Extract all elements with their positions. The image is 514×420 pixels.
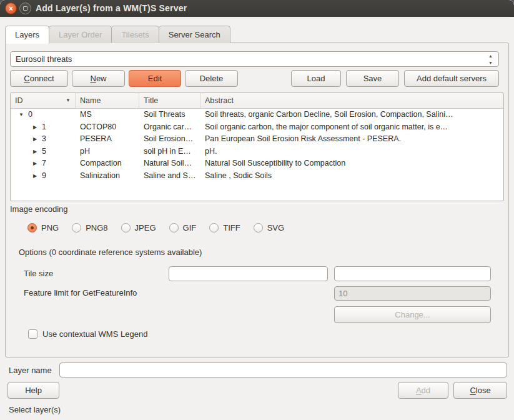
server-toolbar-right: LoadSaveAdd default servers bbox=[291, 70, 499, 87]
column-header-title[interactable]: Title bbox=[139, 93, 200, 108]
tile-height-input[interactable] bbox=[334, 266, 491, 281]
layer-name: OCTOP80 bbox=[76, 121, 139, 134]
radio-svg-item[interactable]: SVG bbox=[254, 223, 284, 232]
layer-title: soil pH in E… bbox=[139, 146, 200, 158]
wms-legend-checkbox[interactable] bbox=[28, 329, 37, 339]
connect-button[interactable]: Connect bbox=[10, 70, 68, 87]
close-button[interactable]: Close bbox=[453, 382, 507, 399]
status-text: Select layer(s) bbox=[9, 405, 61, 414]
collapse-icon[interactable]: ▼ bbox=[18, 109, 24, 121]
radio-gif[interactable] bbox=[169, 223, 179, 232]
layer-row[interactable]: ▶1OCTOP80Organic car…Soil organic carbon… bbox=[11, 121, 503, 134]
layer-name: PESERA bbox=[76, 133, 139, 146]
feature-limit-label: Feature limit for GetFeatureInfo bbox=[24, 288, 137, 298]
radio-jpeg-item[interactable]: JPEG bbox=[121, 223, 156, 232]
layer-abstract: Saline , Sodic Soils bbox=[200, 170, 503, 182]
radio-tiff[interactable] bbox=[209, 223, 219, 232]
expand-icon[interactable]: ▶ bbox=[32, 133, 38, 146]
radio-svg[interactable] bbox=[254, 223, 263, 232]
titlebar[interactable]: × Add Layer(s) from a WM(T)S Server bbox=[0, 0, 514, 17]
tile-width-input[interactable] bbox=[169, 266, 328, 281]
expand-icon[interactable]: ▶ bbox=[32, 121, 38, 134]
feature-limit-input bbox=[334, 286, 491, 301]
expand-icon[interactable]: ▶ bbox=[32, 146, 38, 158]
maximize-window-icon[interactable] bbox=[19, 2, 31, 14]
layer-row[interactable]: ▶3PESERASoil Erosion…Pan European Soil E… bbox=[11, 133, 503, 146]
tab-tilesets: Tilesets bbox=[111, 26, 159, 43]
change-crs-button: Change... bbox=[334, 306, 491, 323]
radio-gif-item[interactable]: GIF bbox=[169, 223, 197, 232]
add-default-servers-button[interactable]: Add default servers bbox=[404, 70, 499, 87]
edit-button[interactable]: Edit bbox=[129, 70, 181, 87]
column-header-id[interactable]: ID▼ bbox=[11, 93, 76, 108]
layer-row[interactable]: ▶5pHsoil pH in E…pH. bbox=[11, 146, 503, 158]
layer-title: Saline and S… bbox=[139, 170, 200, 182]
layer-row[interactable]: ▶7CompactionNatural Soil…Natural Soil Su… bbox=[11, 158, 503, 170]
combo-spinner-icon: ▲▼ bbox=[488, 52, 493, 66]
close-window-icon[interactable]: × bbox=[5, 2, 17, 14]
layer-row[interactable]: ▼0MSSoil ThreatsSoil threats, organic Ca… bbox=[11, 109, 503, 121]
radio-tiff-item[interactable]: TIFF bbox=[209, 223, 240, 232]
layer-abstract: pH. bbox=[200, 146, 503, 158]
tab-layer-order: Layer Order bbox=[49, 26, 112, 43]
layer-id: 9 bbox=[42, 170, 46, 182]
expand-icon[interactable]: ▶ bbox=[32, 158, 38, 170]
image-encoding-label: Image encoding bbox=[10, 204, 68, 214]
tile-size-label: Tile size bbox=[24, 269, 53, 278]
radio-jpeg[interactable] bbox=[121, 223, 131, 232]
sort-indicator-icon: ▼ bbox=[66, 93, 71, 108]
layer-id: 0 bbox=[28, 109, 32, 121]
radio-png[interactable] bbox=[27, 223, 37, 232]
radio-png8-label: PNG8 bbox=[86, 223, 107, 232]
layer-title: Natural Soil… bbox=[139, 158, 200, 170]
layers-table-header: ID▼NameTitleAbstract bbox=[11, 93, 503, 109]
layers-table-body: ▼0MSSoil ThreatsSoil threats, organic Ca… bbox=[11, 109, 503, 182]
radio-svg-label: SVG bbox=[267, 223, 284, 232]
layer-abstract: Soil threats, organic Carbon Decline, So… bbox=[200, 109, 503, 121]
options-heading: Options (0 coordinate reference systems … bbox=[19, 248, 202, 257]
new-button[interactable]: New bbox=[72, 70, 125, 87]
radio-png8[interactable] bbox=[72, 223, 81, 232]
add-wmts-layer-dialog: × Add Layer(s) from a WM(T)S Server Laye… bbox=[0, 0, 514, 420]
column-header-name[interactable]: Name bbox=[76, 93, 139, 108]
load-button[interactable]: Load bbox=[291, 70, 341, 87]
layer-name: Salinization bbox=[76, 170, 139, 182]
image-encoding-radios: PNGPNG8JPEGGIFTIFFSVG bbox=[27, 223, 284, 232]
change-crs-label: Change... bbox=[395, 310, 430, 319]
layer-id: 3 bbox=[42, 133, 46, 146]
column-header-abstract[interactable]: Abstract bbox=[200, 93, 503, 108]
server-select[interactable]: Eurosoil threats ▲▼ bbox=[10, 51, 499, 67]
layer-abstract: Soil organic carbon, the major component… bbox=[200, 121, 503, 134]
add-button: Add bbox=[398, 382, 448, 399]
layer-title: Organic car… bbox=[139, 121, 200, 134]
tab-server-search[interactable]: Server Search bbox=[159, 26, 230, 43]
expand-icon[interactable]: ▶ bbox=[32, 170, 38, 182]
wms-legend-checkbox-label: Use contextual WMS Legend bbox=[42, 329, 147, 339]
layer-name: Compaction bbox=[76, 158, 139, 170]
radio-jpeg-label: JPEG bbox=[135, 223, 156, 232]
layer-name-label: Layer name bbox=[9, 366, 52, 375]
layers-table: ID▼NameTitleAbstract ▼0MSSoil ThreatsSoi… bbox=[10, 92, 504, 201]
radio-png8-item[interactable]: PNG8 bbox=[72, 223, 107, 232]
window-title: Add Layer(s) from a WM(T)S Server bbox=[36, 0, 187, 17]
layer-id: 7 bbox=[42, 158, 46, 170]
layer-title: Soil Erosion… bbox=[139, 133, 200, 146]
radio-png-item[interactable]: PNG bbox=[27, 223, 59, 232]
help-button[interactable]: Help bbox=[7, 382, 59, 399]
layer-id: 1 bbox=[42, 121, 46, 134]
radio-png-label: PNG bbox=[41, 223, 59, 232]
layer-abstract: Natural Soil Susceptibility to Compactio… bbox=[200, 158, 503, 170]
layer-name: pH bbox=[76, 146, 139, 158]
layer-name-input[interactable] bbox=[59, 362, 507, 378]
wms-legend-checkbox-row[interactable]: Use contextual WMS Legend bbox=[28, 329, 147, 339]
delete-button[interactable]: Delete bbox=[185, 70, 238, 87]
tab-layers[interactable]: Layers bbox=[5, 26, 49, 44]
tab-bar: LayersLayer OrderTilesetsServer Search bbox=[5, 26, 230, 43]
layer-name: MS bbox=[76, 109, 139, 121]
layer-row[interactable]: ▶9SalinizationSaline and S…Saline , Sodi… bbox=[11, 170, 503, 182]
maximize-glyph bbox=[23, 6, 27, 11]
radio-tiff-label: TIFF bbox=[223, 223, 240, 232]
save-button[interactable]: Save bbox=[346, 70, 399, 87]
layer-title: Soil Threats bbox=[139, 109, 200, 121]
layer-abstract: Pan European Soil Erosion Risk Assessmen… bbox=[200, 133, 503, 146]
